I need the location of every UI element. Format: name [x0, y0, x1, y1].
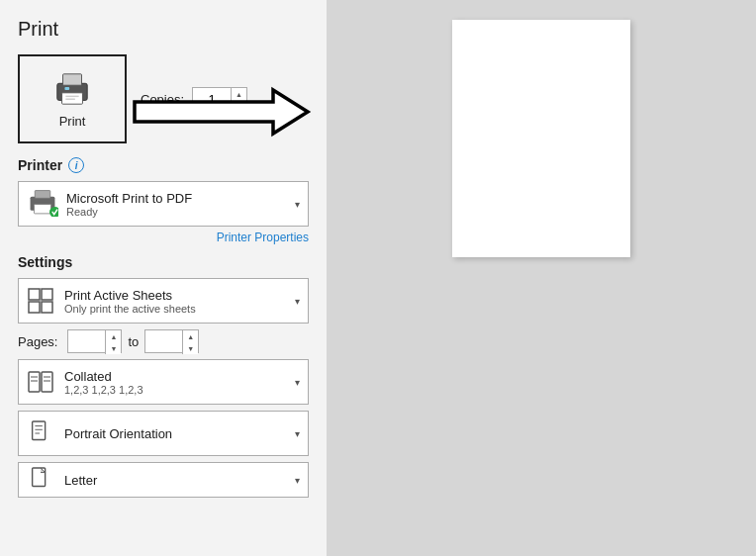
pages-row: Pages: ▲ ▼ to ▲ ▼	[18, 329, 309, 353]
portrait-icon	[27, 420, 54, 446]
pages-to-increment[interactable]: ▲	[183, 330, 198, 342]
setting-print-scope-sub: Only print the active sheets	[64, 303, 291, 315]
setting-print-scope[interactable]: Print Active Sheets Only print the activ…	[18, 278, 309, 324]
pages-to-input[interactable]: ▲ ▼	[144, 329, 199, 353]
arrow-annotation	[125, 82, 313, 144]
pages-from-increment[interactable]: ▲	[106, 330, 121, 342]
printer-section-title: Printer	[18, 157, 62, 173]
svg-rect-3	[64, 87, 69, 90]
collated-icon	[27, 369, 54, 395]
setting-collated-sub: 1,2,3 1,2,3 1,2,3	[64, 384, 291, 396]
print-row: Print Copies: 1 ▲ ▼	[18, 54, 309, 143]
svg-rect-21	[33, 421, 46, 440]
printer-status: Ready	[66, 206, 291, 218]
setting-paper-main: Letter	[64, 473, 291, 488]
svg-rect-1	[63, 73, 82, 84]
page-preview	[452, 20, 630, 257]
setting-collated-main: Collated	[64, 369, 291, 384]
print-button[interactable]: Print	[18, 54, 127, 143]
printer-name: Microsoft Print to PDF	[66, 191, 291, 206]
printer-section: Printer i Microsoft Print to PDF Ready ▾	[18, 157, 309, 244]
svg-rect-14	[42, 302, 52, 313]
svg-rect-15	[29, 372, 40, 392]
setting-paper-size[interactable]: Letter ▾	[18, 462, 309, 498]
setting-collated-arrow: ▾	[295, 377, 300, 388]
setting-orientation-info: Portrait Orientation	[64, 426, 291, 441]
pages-to-label: to	[128, 334, 139, 349]
print-preview-panel	[327, 0, 756, 556]
setting-orientation-main: Portrait Orientation	[64, 426, 291, 441]
printer-title-row: Printer i	[18, 157, 309, 173]
svg-rect-9	[34, 204, 50, 213]
setting-collated-info: Collated 1,2,3 1,2,3 1,2,3	[64, 369, 291, 396]
printer-info: Microsoft Print to PDF Ready	[66, 191, 291, 218]
setting-print-scope-main: Print Active Sheets	[64, 288, 291, 303]
printer-icon	[53, 70, 91, 108]
info-icon[interactable]: i	[68, 157, 84, 173]
setting-paper-arrow: ▾	[295, 475, 300, 486]
setting-print-scope-arrow: ▾	[295, 296, 300, 307]
print-button-label: Print	[59, 114, 86, 129]
printer-select-icon	[27, 189, 58, 220]
svg-rect-4	[65, 95, 78, 96]
pages-from-input[interactable]: ▲ ▼	[67, 329, 122, 353]
pages-from-spinner[interactable]: ▲ ▼	[105, 330, 121, 354]
grid-icon	[27, 288, 54, 314]
svg-rect-18	[42, 372, 52, 392]
svg-marker-6	[135, 90, 308, 134]
svg-rect-5	[65, 98, 75, 99]
setting-print-scope-info: Print Active Sheets Only print the activ…	[64, 288, 291, 315]
svg-rect-13	[29, 302, 40, 313]
svg-rect-8	[35, 190, 50, 198]
setting-collated[interactable]: Collated 1,2,3 1,2,3 1,2,3 ▾	[18, 359, 309, 405]
settings-title: Settings	[18, 254, 309, 270]
page-title: Print	[18, 18, 309, 41]
left-panel: Print Print Copies: 1	[0, 0, 327, 556]
pages-to-spinner[interactable]: ▲ ▼	[182, 330, 198, 354]
printer-dropdown-arrow: ▾	[295, 199, 300, 210]
pages-from-decrement[interactable]: ▼	[106, 342, 121, 354]
printer-properties-link[interactable]: Printer Properties	[18, 231, 309, 244]
setting-paper-info: Letter	[64, 473, 291, 488]
settings-section: Settings Print Active Sheets Only print …	[18, 254, 309, 498]
setting-orientation-arrow: ▾	[295, 428, 300, 439]
printer-dropdown[interactable]: Microsoft Print to PDF Ready ▾	[18, 181, 309, 227]
svg-rect-11	[29, 289, 40, 300]
pages-label: Pages:	[18, 334, 57, 349]
svg-rect-12	[42, 289, 52, 300]
setting-orientation[interactable]: Portrait Orientation ▾	[18, 411, 309, 456]
pages-to-decrement[interactable]: ▼	[183, 342, 198, 354]
pages-from-value	[68, 330, 105, 352]
pages-to-value	[145, 330, 182, 352]
paper-size-icon	[27, 467, 54, 493]
